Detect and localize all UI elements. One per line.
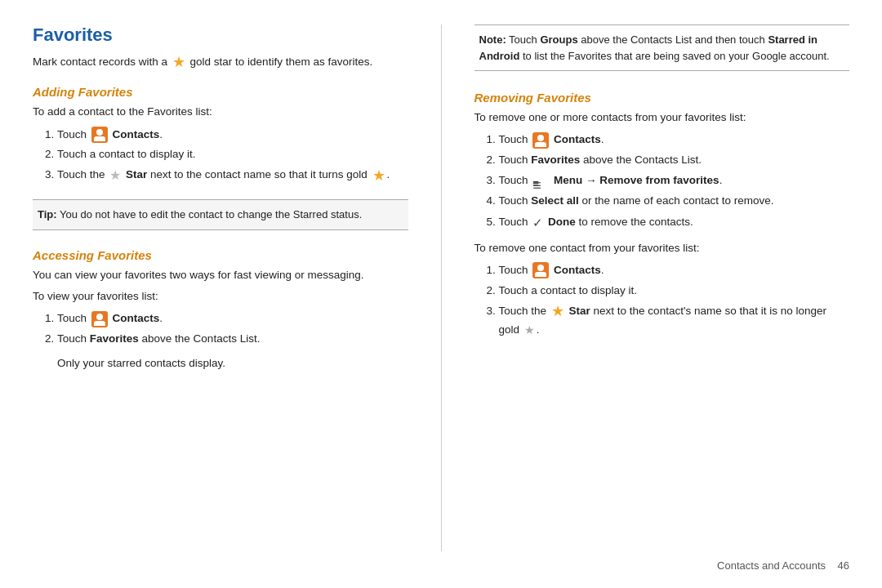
page: Favorites Mark contact records with a ★ …: [0, 0, 882, 588]
accessing-favorites-title: Accessing Favorites: [33, 248, 408, 262]
contacts-icon-4: [532, 262, 549, 278]
removing-step-2-3: Touch the ★ Star next to the contact's n…: [499, 302, 850, 340]
accessing-step-1: Touch Contacts.: [57, 310, 408, 328]
adding-intro: To add a contact to the Favorites list:: [33, 104, 408, 120]
intro-text: Mark contact records with a ★ gold star …: [33, 54, 408, 70]
star-empty-icon-1: ★: [109, 169, 121, 182]
left-column: Favorites Mark contact records with a ★ …: [33, 24, 408, 551]
star-gold-icon: ★: [172, 55, 185, 69]
right-column: Note: Touch Groups above the Contacts Li…: [441, 24, 850, 551]
footer-label: Contacts and Accounts: [717, 559, 826, 572]
removing-step-1-1: Touch Contacts.: [499, 131, 850, 149]
removing-intro-2: To remove one contact from your favorite…: [474, 240, 850, 256]
accessing-intro-2: To view your favorites list:: [33, 288, 408, 305]
star-gold-icon-2: ★: [372, 168, 385, 183]
adding-favorites-title: Adding Favorites: [33, 85, 408, 99]
contacts-icon-3: [532, 132, 549, 149]
removing-step-2-2: Touch a contact to display it.: [499, 282, 850, 301]
tip-text: You do not have to edit the contact to c…: [60, 208, 362, 220]
contacts-icon-1: [91, 127, 108, 143]
star-gold-icon-3: ★: [551, 304, 564, 318]
page-number: 46: [838, 559, 849, 572]
adding-step-1: Touch Contacts.: [57, 126, 408, 145]
removing-steps-list-2: Touch Contacts. Touch a contact to displ…: [499, 261, 850, 341]
note-box: Note: Touch Groups above the Contacts Li…: [474, 24, 850, 71]
page-title: Favorites: [33, 24, 408, 46]
note-label: Note:: [479, 33, 506, 46]
adding-step-3: Touch the ★ Star next to the contact nam…: [57, 166, 408, 185]
page-footer: Contacts and Accounts 46: [33, 551, 849, 572]
removing-steps-list-1: Touch Contacts. Touch Favorites above th…: [499, 131, 850, 234]
accessing-step-2: Touch Favorites above the Contacts List.: [57, 330, 408, 349]
contacts-icon-2: [91, 311, 108, 327]
removing-step-1-3: Touch ≡ Menu → Remove from favorites.: [499, 172, 850, 190]
removing-step-2-1: Touch Contacts.: [499, 261, 850, 280]
removing-step-1-5: Touch ✓ Done to remove the contacts.: [499, 212, 850, 234]
adding-steps-list: Touch Contacts. Touch a contact to displ…: [57, 126, 408, 187]
accessing-steps-list: Touch Contacts. Touch Favorites above th…: [57, 310, 408, 350]
removing-step-1-4: Touch Select all or the name of each con…: [499, 192, 850, 211]
main-columns: Favorites Mark contact records with a ★ …: [33, 24, 849, 551]
removing-step-1-2: Touch Favorites above the Contacts List.: [499, 151, 850, 170]
adding-step-2: Touch a contact to display it.: [57, 145, 408, 164]
checkmark-icon: ✓: [532, 212, 543, 234]
accessing-intro-1: You can view your favorites two ways for…: [33, 267, 408, 283]
tip-box: Tip: You do not have to edit the contact…: [33, 199, 408, 230]
removing-intro-1: To remove one or more contacts from your…: [474, 109, 850, 126]
accessing-step-3-note: Only your starred contacts display.: [57, 355, 408, 372]
tip-label: Tip:: [38, 208, 57, 220]
note-text: Touch Groups above the Contacts List and…: [479, 33, 830, 62]
menu-icon: ≡: [532, 175, 549, 188]
star-empty-icon-2: ★: [524, 324, 535, 336]
removing-favorites-title: Removing Favorites: [474, 91, 850, 105]
